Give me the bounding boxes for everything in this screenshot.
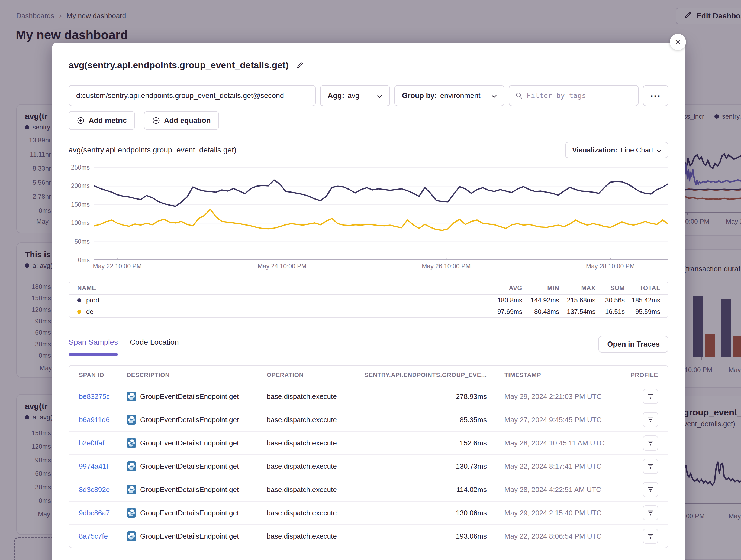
series-avg: 180.8ms bbox=[479, 297, 522, 304]
close-icon[interactable]: ✕ bbox=[670, 34, 686, 50]
span-id-link[interactable]: 9974a41f bbox=[79, 462, 127, 471]
add-metric-button[interactable]: Add metric bbox=[69, 111, 135, 130]
summary-header-row: NAME AVG MIN MAX SUM TOTAL bbox=[69, 282, 668, 295]
filter-by-tags-input[interactable] bbox=[527, 91, 632, 100]
span-timestamp: May 28, 2024 10:45:11 AM UTC bbox=[487, 439, 621, 447]
span-duration: 152.6ms bbox=[363, 439, 487, 447]
span-sample-row: b2ef3faf GroupEventDetailsEndpoint.get b… bbox=[69, 431, 668, 454]
chart-subtitle: avg(sentry.api.endpoints.group_event_det… bbox=[69, 146, 237, 154]
samples-header-row: SPAN ID DESCRIPTION OPERATION SENTRY.API… bbox=[69, 366, 668, 385]
python-icon bbox=[127, 485, 136, 494]
summary-series-row[interactable]: prod 180.8ms 144.92ms 215.68ms 30.56s 18… bbox=[69, 295, 668, 306]
span-duration: 130.06ms bbox=[363, 509, 487, 517]
profile-button[interactable] bbox=[643, 459, 658, 474]
span-operation: base.dispatch.execute bbox=[267, 486, 363, 494]
y-axis-labels: 0ms50ms100ms150ms200ms250ms bbox=[69, 167, 94, 260]
span-description: GroupEventDetailsEndpoint.get bbox=[140, 509, 239, 517]
span-duration: 278.93ms bbox=[363, 392, 487, 401]
span-timestamp: May 22, 2024 8:06:54 PM UTC bbox=[487, 532, 621, 541]
metric-input[interactable] bbox=[69, 85, 316, 106]
visualization-dropdown[interactable]: Visualization: Line Chart bbox=[565, 142, 668, 158]
series-summary-table: NAME AVG MIN MAX SUM TOTAL prod 180.8ms … bbox=[69, 282, 668, 318]
span-sample-row: 8d3c892e GroupEventDetailsEndpoint.get b… bbox=[69, 478, 668, 501]
summary-col-max: MAX bbox=[559, 285, 596, 292]
profiling-icon bbox=[647, 463, 654, 470]
search-icon bbox=[515, 92, 523, 99]
span-sample-row: be83275c GroupEventDetailsEndpoint.get b… bbox=[69, 385, 668, 408]
series-max: 137.54ms bbox=[559, 308, 596, 315]
span-duration: 130.73ms bbox=[363, 462, 487, 471]
group-by-dropdown[interactable]: Group by:environment bbox=[394, 85, 504, 106]
python-icon bbox=[127, 531, 136, 541]
span-timestamp: May 22, 2024 8:17:41 PM UTC bbox=[487, 462, 621, 471]
series-min: 80.43ms bbox=[522, 308, 559, 315]
python-icon bbox=[127, 462, 136, 471]
python-icon bbox=[127, 438, 136, 448]
span-sample-row: b6a911d6 GroupEventDetailsEndpoint.get b… bbox=[69, 408, 668, 431]
span-id-link[interactable]: be83275c bbox=[79, 392, 127, 401]
profiling-icon bbox=[647, 439, 654, 447]
profile-button[interactable] bbox=[643, 435, 658, 451]
profiling-icon bbox=[647, 509, 654, 517]
agg-dropdown[interactable]: Agg:avg bbox=[320, 85, 390, 106]
span-operation: base.dispatch.execute bbox=[267, 462, 363, 471]
profile-button[interactable] bbox=[643, 482, 658, 497]
span-description: GroupEventDetailsEndpoint.get bbox=[140, 486, 239, 494]
span-id-link[interactable]: b6a911d6 bbox=[79, 416, 127, 424]
summary-col-min: MIN bbox=[522, 285, 559, 292]
span-operation: base.dispatch.execute bbox=[267, 392, 363, 401]
profile-button[interactable] bbox=[643, 389, 658, 404]
span-id-link[interactable]: 9dbc86a7 bbox=[79, 509, 127, 517]
visualization-value: Line Chart bbox=[621, 146, 653, 154]
span-id-link[interactable]: 8a75c7fe bbox=[79, 532, 127, 541]
series-sum: 30.56s bbox=[596, 297, 625, 304]
more-options-button[interactable]: ... bbox=[643, 85, 668, 106]
chevron-down-icon bbox=[491, 91, 497, 100]
series-max: 215.68ms bbox=[559, 297, 596, 304]
series-total: 95.59ms bbox=[625, 308, 660, 315]
filter-by-tags-box bbox=[509, 85, 638, 106]
span-id-link[interactable]: 8d3c892e bbox=[79, 486, 127, 494]
chevron-down-icon bbox=[657, 146, 661, 154]
span-description: GroupEventDetailsEndpoint.get bbox=[140, 532, 239, 541]
profile-button[interactable] bbox=[643, 505, 658, 521]
span-description: GroupEventDetailsEndpoint.get bbox=[140, 439, 239, 447]
span-description: GroupEventDetailsEndpoint.get bbox=[140, 416, 239, 424]
plus-circle-icon bbox=[77, 116, 85, 125]
series-sum: 16.51s bbox=[596, 308, 625, 315]
add-equation-label: Add equation bbox=[164, 116, 211, 125]
span-duration: 114.02ms bbox=[363, 486, 487, 494]
col-metric-value: SENTRY.API.ENDPOINTS.GROUP_EVE... bbox=[363, 372, 487, 379]
series-total: 185.42ms bbox=[625, 297, 660, 304]
summary-col-total: TOTAL bbox=[625, 285, 660, 292]
series-min: 144.92ms bbox=[522, 297, 559, 304]
profiling-icon bbox=[647, 416, 654, 423]
group-by-value: environment bbox=[440, 91, 480, 100]
profile-button[interactable] bbox=[643, 529, 658, 544]
plus-circle-icon bbox=[152, 116, 160, 125]
open-in-traces-button[interactable]: Open in Traces bbox=[598, 336, 668, 352]
span-sample-row: 9974a41f GroupEventDetailsEndpoint.get b… bbox=[69, 454, 668, 478]
add-equation-button[interactable]: Add equation bbox=[144, 111, 219, 130]
modal-title: avg(sentry.api.endpoints.group_event_det… bbox=[69, 60, 289, 70]
profile-button[interactable] bbox=[643, 412, 658, 427]
span-id-link[interactable]: b2ef3faf bbox=[79, 439, 127, 447]
edit-title-pencil-icon[interactable] bbox=[296, 61, 305, 70]
visualization-label: Visualization: bbox=[572, 146, 617, 154]
span-timestamp: May 29, 2024 2:15:40 PM UTC bbox=[487, 509, 621, 517]
tab-code-location[interactable]: Code Location bbox=[130, 338, 179, 347]
span-samples-table: SPAN ID DESCRIPTION OPERATION SENTRY.API… bbox=[69, 365, 668, 548]
series-avg: 97.69ms bbox=[479, 308, 522, 315]
span-duration: 85.35ms bbox=[363, 416, 487, 424]
summary-col-avg: AVG bbox=[479, 285, 522, 292]
span-sample-row: 8a75c7fe GroupEventDetailsEndpoint.get b… bbox=[69, 524, 668, 548]
summary-col-name: NAME bbox=[77, 285, 479, 292]
summary-series-row[interactable]: de 97.69ms 80.43ms 137.54ms 16.51s 95.59… bbox=[69, 306, 668, 317]
profiling-icon bbox=[647, 532, 654, 540]
metric-details-modal: ✕ avg(sentry.api.endpoints.group_event_d… bbox=[52, 43, 685, 560]
chart-plot-area[interactable] bbox=[94, 167, 668, 260]
span-operation: base.dispatch.execute bbox=[267, 509, 363, 517]
summary-col-sum: SUM bbox=[596, 285, 625, 292]
span-timestamp: May 29, 2024 2:21:03 PM UTC bbox=[487, 392, 621, 401]
tab-span-samples[interactable]: Span Samples bbox=[69, 338, 118, 347]
